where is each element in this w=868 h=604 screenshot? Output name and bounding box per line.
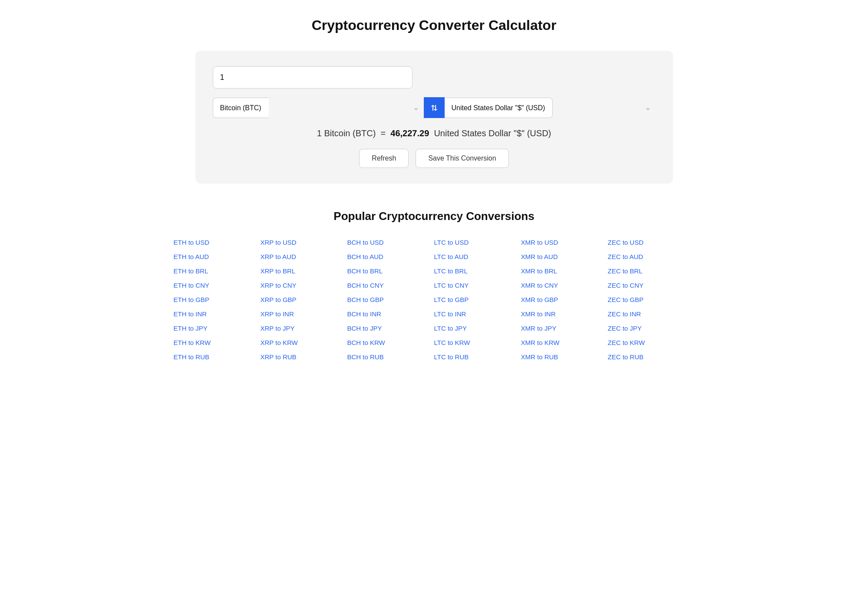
conversion-link[interactable]: BCH to KRW <box>347 337 434 348</box>
from-currency-select[interactable]: Bitcoin (BTC) <box>213 98 269 118</box>
save-conversion-button[interactable]: Save This Conversion <box>416 149 508 168</box>
conversion-link[interactable]: ETH to AUD <box>174 251 261 262</box>
conversion-link[interactable]: LTC to BRL <box>434 266 521 276</box>
conversion-link[interactable]: XRP to JPY <box>261 323 347 334</box>
conversion-link[interactable]: LTC to JPY <box>434 323 521 334</box>
conversion-link[interactable]: BCH to JPY <box>347 323 434 334</box>
conversion-link[interactable]: LTC to CNY <box>434 280 521 291</box>
conversion-link[interactable]: XRP to KRW <box>261 337 347 348</box>
from-chevron-icon: ⌵ <box>414 104 418 111</box>
conversion-link[interactable]: BCH to GBP <box>347 294 434 305</box>
from-currency-wrapper: Bitcoin (BTC) ⌵ <box>213 98 424 118</box>
conversion-link[interactable]: BCH to INR <box>347 309 434 319</box>
conversion-link[interactable]: XMR to USD <box>521 237 608 248</box>
swap-icon: ⇄ <box>429 105 439 111</box>
conversion-link[interactable]: XMR to KRW <box>521 337 608 348</box>
conversions-grid: ETH to USDXRP to USDBCH to USDLTC to USD… <box>174 237 695 362</box>
conversion-link[interactable]: XRP to BRL <box>261 266 347 276</box>
conversion-link[interactable]: ZEC to CNY <box>608 280 695 291</box>
conversion-link[interactable]: LTC to GBP <box>434 294 521 305</box>
refresh-button[interactable]: Refresh <box>359 149 409 168</box>
conversion-link[interactable]: BCH to RUB <box>347 351 434 362</box>
page-title: Cryptocurrency Converter Calculator <box>35 17 833 33</box>
result-equals: = <box>380 128 386 138</box>
conversion-link[interactable]: ZEC to BRL <box>608 266 695 276</box>
result-value: 46,227.29 <box>390 128 429 138</box>
to-currency-wrapper: United States Dollar "$" (USD) ⌵ <box>445 98 656 118</box>
conversion-link[interactable]: XMR to BRL <box>521 266 608 276</box>
conversion-link[interactable]: ETH to BRL <box>174 266 261 276</box>
converter-card: Bitcoin (BTC) ⌵ ⇄ United States Dollar "… <box>195 51 673 184</box>
conversion-link[interactable]: ZEC to INR <box>608 309 695 319</box>
selectors-row: Bitcoin (BTC) ⌵ ⇄ United States Dollar "… <box>213 97 656 118</box>
conversion-link[interactable]: XRP to CNY <box>261 280 347 291</box>
conversion-link[interactable]: LTC to INR <box>434 309 521 319</box>
conversion-link[interactable]: XRP to USD <box>261 237 347 248</box>
to-currency-select[interactable]: United States Dollar "$" (USD) <box>445 98 553 118</box>
conversion-link[interactable]: BCH to USD <box>347 237 434 248</box>
action-buttons: Refresh Save This Conversion <box>213 149 656 168</box>
result-suffix: United States Dollar "$" (USD) <box>434 128 551 138</box>
to-chevron-icon: ⌵ <box>646 104 650 111</box>
conversion-link[interactable]: ZEC to USD <box>608 237 695 248</box>
conversion-link[interactable]: LTC to KRW <box>434 337 521 348</box>
conversion-link[interactable]: XRP to GBP <box>261 294 347 305</box>
conversion-link[interactable]: XMR to AUD <box>521 251 608 262</box>
conversion-link[interactable]: BCH to CNY <box>347 280 434 291</box>
conversion-link[interactable]: ETH to JPY <box>174 323 261 334</box>
conversion-link[interactable]: ZEC to KRW <box>608 337 695 348</box>
amount-input[interactable] <box>213 66 413 89</box>
conversion-link[interactable]: XMR to RUB <box>521 351 608 362</box>
conversion-link[interactable]: XRP to INR <box>261 309 347 319</box>
conversion-link[interactable]: ETH to CNY <box>174 280 261 291</box>
conversion-link[interactable]: ZEC to AUD <box>608 251 695 262</box>
conversion-link[interactable]: ZEC to JPY <box>608 323 695 334</box>
conversion-link[interactable]: LTC to AUD <box>434 251 521 262</box>
conversion-link[interactable]: XMR to INR <box>521 309 608 319</box>
conversion-result: 1 Bitcoin (BTC) = 46,227.29 United State… <box>213 128 656 138</box>
conversion-link[interactable]: BCH to AUD <box>347 251 434 262</box>
conversion-link[interactable]: ETH to INR <box>174 309 261 319</box>
conversion-link[interactable]: ZEC to RUB <box>608 351 695 362</box>
result-prefix: 1 Bitcoin (BTC) <box>317 128 376 138</box>
swap-button[interactable]: ⇄ <box>424 97 445 118</box>
conversion-link[interactable]: ETH to RUB <box>174 351 261 362</box>
conversion-link[interactable]: XMR to JPY <box>521 323 608 334</box>
conversion-link[interactable]: LTC to USD <box>434 237 521 248</box>
popular-title: Popular Cryptocurrency Conversions <box>35 210 833 223</box>
conversion-link[interactable]: XRP to AUD <box>261 251 347 262</box>
conversion-link[interactable]: XMR to GBP <box>521 294 608 305</box>
conversion-link[interactable]: LTC to RUB <box>434 351 521 362</box>
conversion-link[interactable]: BCH to BRL <box>347 266 434 276</box>
conversion-link[interactable]: ZEC to GBP <box>608 294 695 305</box>
conversion-link[interactable]: ETH to KRW <box>174 337 261 348</box>
conversion-link[interactable]: ETH to GBP <box>174 294 261 305</box>
conversion-link[interactable]: ETH to USD <box>174 237 261 248</box>
conversion-link[interactable]: XRP to RUB <box>261 351 347 362</box>
conversion-link[interactable]: XMR to CNY <box>521 280 608 291</box>
